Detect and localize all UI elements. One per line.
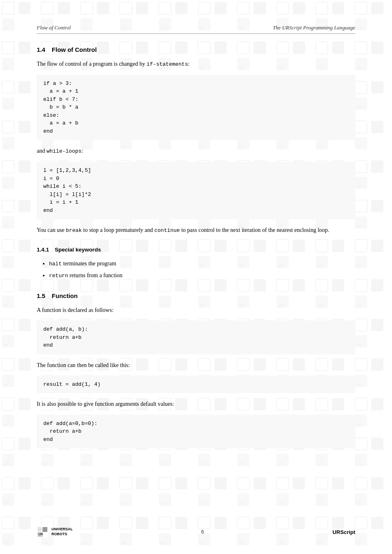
list-item: halt terminates the program <box>49 258 355 269</box>
svg-rect-486 <box>41 494 53 506</box>
svg-rect-522 <box>2 533 14 545</box>
page-footer: UR UNIVERSAL ROBOTS 6 URScript <box>37 526 355 538</box>
svg-text:UR: UR <box>356 541 361 545</box>
footer-page-number: 6 <box>201 529 204 535</box>
section-15-number: 1.5 <box>37 292 45 299</box>
svg-text:UR: UR <box>278 501 283 505</box>
section-14: 1.4 Flow of Control The flow of control … <box>37 46 355 235</box>
section-14-intro: The flow of control of a program is chan… <box>37 60 355 69</box>
svg-rect-520 <box>2 517 14 529</box>
page-header: Flow of Control The URScript Programming… <box>37 24 355 34</box>
svg-rect-506 <box>237 494 249 506</box>
section-15-then: The function can then be called like thi… <box>37 361 355 370</box>
page-content: Flow of Control The URScript Programming… <box>0 0 392 492</box>
code-block-def1: def add(a, b): return a+b end <box>37 320 355 354</box>
section-141: 1.4.1 Special keywords halt terminates t… <box>37 247 355 281</box>
code-block-if: if a > 3: a = a + 1 elif b < 7: b = b * … <box>37 75 355 140</box>
svg-rect-490 <box>80 494 93 506</box>
svg-text:UR: UR <box>199 541 205 545</box>
special-keywords-list: halt terminates the program return retur… <box>49 258 355 281</box>
list-item: return returns from a function <box>49 270 355 280</box>
svg-text:UR: UR <box>82 541 87 545</box>
svg-rect-558 <box>355 533 367 545</box>
section-15-intro: A function is declared as follows: <box>37 306 355 315</box>
svg-rect-556 <box>355 517 367 529</box>
section-14-number: 1.4 <box>37 46 45 53</box>
section-14-break-para: You can use break to stop a loop prematu… <box>37 226 355 235</box>
svg-text:UR: UR <box>3 501 9 505</box>
svg-text:UR: UR <box>3 541 9 545</box>
svg-text:UR: UR <box>42 541 48 545</box>
svg-rect-510 <box>276 494 289 506</box>
svg-text:UR: UR <box>317 541 322 545</box>
svg-rect-498 <box>159 494 171 506</box>
svg-rect-518 <box>355 494 367 506</box>
ur-logo-icon: UR <box>37 526 48 538</box>
section-141-number: 1.4.1 <box>37 247 49 253</box>
section-14-and: and while-loops: <box>37 147 355 156</box>
svg-rect-521 <box>18 517 31 529</box>
svg-rect-482 <box>2 494 14 506</box>
section-15-heading: 1.5 Function <box>37 292 355 299</box>
svg-text:UR: UR <box>278 541 283 545</box>
svg-text:UR: UR <box>160 501 165 505</box>
section-141-heading: 1.4.1 Special keywords <box>37 247 355 253</box>
svg-rect-562 <box>42 527 47 532</box>
section-14-heading: 1.4 Flow of Control <box>37 46 355 53</box>
section-14-title: Flow of Control <box>52 46 97 53</box>
section-15: 1.5 Function A function is declared as f… <box>37 292 355 449</box>
svg-text:UR: UR <box>121 541 126 545</box>
header-left: Flow of Control <box>37 24 71 31</box>
section-141-title: Special keywords <box>55 247 101 253</box>
svg-text:UR: UR <box>121 501 126 505</box>
svg-text:UR: UR <box>317 501 322 505</box>
svg-text:UR: UR <box>238 541 244 545</box>
svg-text:UR: UR <box>199 501 205 505</box>
svg-text:UR: UR <box>356 501 361 505</box>
header-right: The URScript Programming Language <box>273 24 355 31</box>
code-block-while: l = [1,2,3,4,5] i = 0 while i < 5: l[i] … <box>37 162 355 219</box>
svg-rect-494 <box>120 494 132 506</box>
svg-rect-502 <box>198 494 210 506</box>
svg-text:UR: UR <box>160 541 165 545</box>
svg-text:UR: UR <box>82 501 87 505</box>
code-block-def2: def add(a=0,b=0): return a+b end <box>37 415 355 449</box>
code-block-result: result = add(1, 4) <box>37 376 355 394</box>
footer-logo: UR UNIVERSAL ROBOTS <box>37 526 73 538</box>
svg-rect-514 <box>316 494 328 506</box>
footer-script-name: URScript <box>332 529 355 535</box>
footer-logo-text: UNIVERSAL ROBOTS <box>51 527 73 536</box>
svg-text:UR: UR <box>42 501 48 505</box>
section-15-title: Function <box>52 292 78 299</box>
svg-rect-561 <box>38 527 42 531</box>
section-15-default: It is also possible to give function arg… <box>37 400 355 409</box>
svg-rect-557 <box>371 517 383 529</box>
svg-text:UR: UR <box>238 501 244 505</box>
svg-text:UR: UR <box>38 532 43 536</box>
